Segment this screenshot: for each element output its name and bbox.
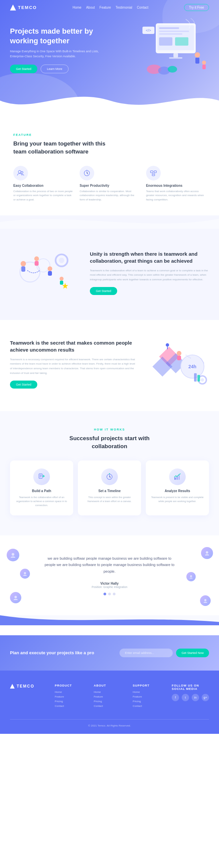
facebook-icon[interactable]: f: [172, 694, 179, 701]
how-icon-0-wrap: [33, 468, 50, 485]
footer-about-link-3[interactable]: Contact: [94, 705, 123, 708]
testimonial-dots: [43, 593, 176, 595]
teamwork-get-started-button[interactable]: Get Started: [10, 380, 37, 389]
how-card-0-title: Build a Path: [15, 489, 68, 493]
svg-point-19: [21, 172, 23, 174]
footer-product-link-1[interactable]: Feature: [55, 695, 84, 698]
cta-title: Plan and execute your projects like a pr…: [10, 650, 94, 655]
footer-support-heading: SUPPORT: [133, 684, 162, 687]
svg-point-26: [21, 261, 26, 266]
hero-subtitle: Manage Everything in One Space With Buil…: [10, 49, 110, 59]
how-card-0-text: Teamwork is the collaborative effort of …: [15, 495, 68, 507]
how-card-2-title: Analyze Results: [151, 489, 204, 493]
footer-product-link-0[interactable]: Home: [55, 690, 84, 693]
svg-rect-46: [194, 373, 197, 381]
nav-feature[interactable]: Feature: [99, 6, 111, 9]
svg-rect-8: [169, 57, 182, 59]
hero-wave: [0, 87, 219, 113]
feature-card-2: Enormous Integrations Teams that work co…: [146, 166, 206, 202]
footer-product-col: PRODUCT Home Feature Pricing Contact: [55, 684, 84, 709]
footer-support-link-3[interactable]: Contact: [133, 705, 162, 708]
svg-point-35: [60, 277, 64, 281]
svg-point-28: [34, 256, 39, 261]
feature-card-0-text: Collaboration is the process of two or m…: [13, 189, 73, 202]
footer-social-col: FOLLOW US ON SOCIAL MEDIA f t in g+: [172, 684, 209, 709]
nav-testimonial[interactable]: Testimonial: [116, 6, 132, 9]
footer-product-heading: PRODUCT: [55, 684, 84, 687]
svg-rect-52: [40, 477, 41, 477]
footer-about-link-1[interactable]: Feature: [94, 695, 123, 698]
feature-section: FEATURE Bring your team together with th…: [0, 113, 219, 215]
dot-0[interactable]: [103, 593, 106, 595]
svg-point-16: [202, 61, 206, 65]
unity-get-started-button[interactable]: Get Started: [90, 287, 117, 295]
footer-about-link-0[interactable]: Home: [94, 690, 123, 693]
cta-submit-button[interactable]: Get Started Now: [176, 649, 209, 657]
results-icon: [174, 473, 181, 481]
logo-icon: [10, 5, 16, 11]
footer-support-link-0[interactable]: Home: [133, 690, 162, 693]
feature-icon-2-wrap: [146, 166, 161, 181]
dot-1[interactable]: [108, 593, 111, 595]
linkedin-icon[interactable]: in: [192, 694, 199, 701]
feature-card-0: Easy Collaboration Collaboration is the …: [13, 166, 73, 202]
timeline-icon: [105, 473, 114, 481]
teamwork-content: Teamwork is the secret that makes common…: [10, 339, 136, 389]
feature-card-2-title: Enormous Integrations: [146, 184, 206, 187]
footer-product-link-3[interactable]: Contact: [55, 705, 84, 708]
feature-card-1: Super Productivity Collaboration is simi…: [80, 166, 139, 202]
avatar-6: [200, 595, 211, 606]
teamwork-text: Teamwork is a necessary component requir…: [10, 357, 136, 375]
feature-card-1-title: Super Productivity: [80, 184, 139, 187]
svg-rect-3: [159, 31, 189, 32]
svg-rect-27: [21, 266, 25, 272]
svg-point-30: [48, 266, 52, 271]
footer: TEMCO PRODUCT Home Feature Pricing Conta…: [0, 671, 219, 734]
nav-cta-button[interactable]: Try it Free: [184, 4, 209, 11]
how-card-1-title: Set a Timeline: [83, 489, 136, 493]
svg-rect-36: [60, 281, 63, 285]
how-title: Successful projects start with collabora…: [60, 434, 159, 451]
svg-rect-57: [178, 475, 180, 480]
nav-home[interactable]: Home: [72, 6, 82, 9]
nav-about[interactable]: About: [86, 6, 95, 9]
hero-title: Projects made better by working together: [10, 27, 110, 45]
twitter-icon[interactable]: t: [182, 694, 189, 701]
hero-section: Projects made better by working together…: [0, 0, 219, 113]
footer-about-link-2[interactable]: Pricing: [94, 700, 123, 703]
footer-support-link-2[interactable]: Pricing: [133, 700, 162, 703]
nav-contact[interactable]: Contact: [137, 6, 148, 9]
cta-buttons: Get Started Now: [120, 649, 209, 657]
teamwork-illustration: 24h: [143, 337, 209, 391]
cta-section: Plan and execute your projects like a pr…: [0, 635, 219, 671]
footer-support-link-1[interactable]: Feature: [133, 695, 162, 698]
testimonial-author: Victor Hally: [43, 582, 176, 585]
svg-point-61: [206, 551, 208, 553]
footer-logo: TEMCO: [10, 684, 45, 688]
cta-email-input[interactable]: [120, 649, 173, 657]
how-section: HOW IT WORKS Successful projects start w…: [0, 411, 219, 535]
testimonial-content: we are building softwar people manage bu…: [43, 555, 176, 595]
footer-about-col: ABOUT Home Feature Pricing Contact: [94, 684, 123, 709]
svg-rect-29: [35, 261, 39, 266]
wave-separator-2: [0, 615, 219, 625]
hero-learn-more-button[interactable]: Learn More: [41, 65, 68, 73]
svg-point-54: [109, 473, 110, 474]
how-icon-2-wrap: [169, 468, 186, 485]
footer-logo-text: TEMCO: [17, 684, 34, 688]
svg-rect-55: [175, 477, 176, 480]
logo: TEMCO: [10, 5, 37, 11]
google-plus-icon[interactable]: g+: [202, 694, 209, 701]
hero-get-started-button[interactable]: Get Started: [10, 65, 37, 73]
collaboration-icon: [17, 169, 24, 177]
footer-product-link-2[interactable]: Pricing: [55, 700, 84, 703]
logo-text: TEMCO: [18, 5, 37, 10]
productivity-icon: [83, 169, 91, 177]
how-card-2-text: Teamwork is present to be visible and co…: [151, 495, 204, 503]
svg-rect-12: [195, 58, 199, 64]
dot-2[interactable]: [113, 593, 116, 595]
svg-rect-6: [175, 37, 188, 45]
avatar-2: [20, 569, 30, 579]
svg-point-60: [14, 596, 17, 598]
svg-point-62: [190, 575, 192, 577]
